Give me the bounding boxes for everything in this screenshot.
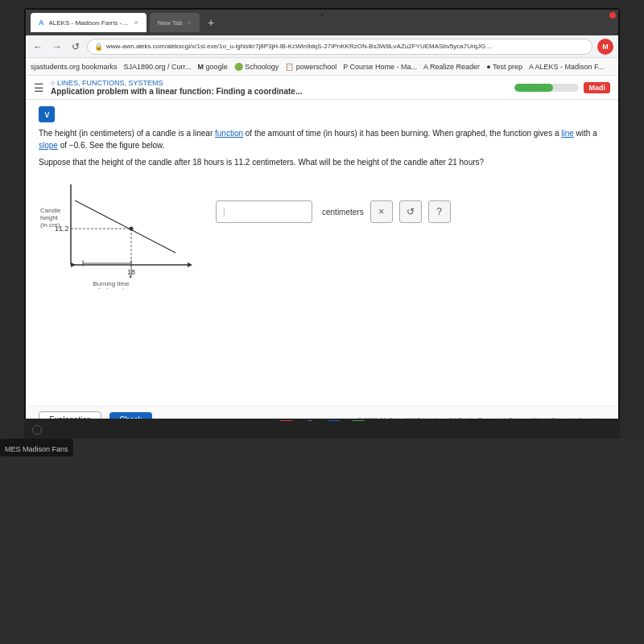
svg-text:(in hours): (in hours) [97,287,125,289]
tab-newtab[interactable]: New Tab × [150,13,200,32]
new-tab-button[interactable]: + [203,16,219,29]
svg-line-2 [75,200,175,253]
clear-button[interactable]: × [370,200,393,223]
svg-text:Candle: Candle [40,207,61,214]
progress-bar-fill [514,84,553,92]
slope-link[interactable]: slope [39,141,58,150]
bookmark-realize[interactable]: A Realize Reader [423,63,480,71]
line-link[interactable]: line [561,129,574,138]
svg-text:height: height [40,214,59,221]
aleks-content: ∨ The height (in centimeters) of a candl… [26,100,618,406]
bookmark-sja-students[interactable]: sjastudents.org bookmarks [31,63,118,71]
mes-label: MES Madison Fans [0,439,73,456]
function-link[interactable]: function [215,129,243,138]
back-button[interactable]: ← [31,39,45,54]
answer-controls: | centimeters × ↺ ? [216,200,451,223]
bookmark-course-home[interactable]: P Course Home - Ma... [343,63,417,71]
graph-svg: 11.2 18 Candle [39,176,200,289]
bookmark-sja1890[interactable]: SJA1890.org / Curr... [124,63,192,71]
laptop-body-bottom: acer esc 1 2 3 $4 %5 ^6 &7 *8 9 0 — q w [0,439,644,644]
hamburger-menu[interactable]: ☰ [34,81,44,94]
bookmark-testprep[interactable]: ● Test prep [486,63,522,71]
bookmark-schoology[interactable]: 🟢 Schoology [234,63,279,71]
refresh-button[interactable]: ↺ [69,39,82,54]
aleks-title-group: ○ LINES, FUNCTIONS, SYSTEMS Application … [51,79,302,96]
laptop-outer: A ALEKS - Madison Farris - Learn × New T… [0,0,644,644]
home-button[interactable] [32,425,42,435]
question-text: Suppose that the height of the candle af… [39,158,605,167]
aleks-header-left: ☰ ○ LINES, FUNCTIONS, SYSTEMS Applicatio… [34,79,302,96]
progress-bar-container [514,84,579,92]
aleks-header-right: Madi [514,82,610,93]
webcam [320,13,324,17]
profile-icon[interactable]: M [597,39,613,55]
bookmarks-bar: sjastudents.org bookmarks SJA1890.org / … [26,58,618,76]
page-subtitle: Application problem with a linear functi… [51,87,302,96]
user-badge: Madi [584,82,610,93]
tab-close-newtab[interactable]: × [188,19,192,27]
graph-container: 11.2 18 Candle [39,176,200,289]
screen-area: A ALEKS - Madison Farris - Learn × New T… [24,8,620,435]
problem-text: The height (in centimeters) of a candle … [39,127,605,151]
forward-button[interactable]: → [50,39,64,54]
svg-point-5 [130,227,134,231]
bookmark-google[interactable]: M google [198,63,228,71]
bookmark-powerschool[interactable]: 📋 powerschool [285,63,336,71]
svg-text:(in cm): (in cm) [40,221,60,229]
collapse-button[interactable]: ∨ [39,106,55,122]
answer-input-field[interactable]: | [216,200,312,223]
bookmark-aleks[interactable]: A ALEKS - Madison F... [529,63,604,71]
tab-aleks[interactable]: A ALEKS - Madison Farris - Learn × [31,13,147,32]
browser-indicator [609,12,616,19]
undo-button[interactable]: ↺ [399,200,422,223]
bottom-bar-strip [24,421,620,439]
tab-close-aleks[interactable]: × [134,19,138,27]
help-button[interactable]: ? [428,200,451,223]
input-cursor: | [223,208,225,217]
graph-answer-row: 11.2 18 Candle [39,176,605,289]
breadcrumb: ○ LINES, FUNCTIONS, SYSTEMS [51,79,302,87]
url-bar-row: ← → ↺ 🔒 www-awn.aleks.com/alekscgi/x/1sl… [26,35,618,58]
aleks-header: ☰ ○ LINES, FUNCTIONS, SYSTEMS Applicatio… [26,76,618,100]
url-input[interactable]: 🔒 www-awn.aleks.com/alekscgi/x/1sl.exe/1… [87,39,592,55]
unit-label: centimeters [319,208,364,217]
aleks-app: ☰ ○ LINES, FUNCTIONS, SYSTEMS Applicatio… [26,76,618,433]
